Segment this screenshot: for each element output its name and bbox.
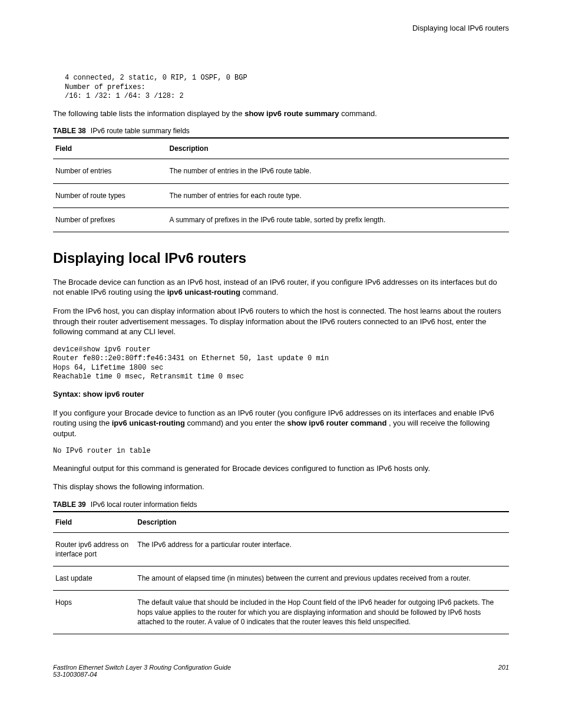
section-heading: Displaying local IPv6 routers: [53, 250, 509, 266]
paragraph-meaningful: Meaningful output for this command is ge…: [53, 463, 509, 474]
cell-desc: The default value that should be include…: [135, 591, 509, 634]
cell-field: Number of route types: [53, 183, 167, 207]
syntax-text: Syntax: show ipv6 router: [53, 390, 144, 398]
cell-field: Router ipv6 address on interface port: [53, 532, 135, 566]
cell-desc: The number of entries in the IPv6 route …: [167, 159, 510, 183]
code-block-route-summary: 4 connected, 2 static, 0 RIP, 1 OSPF, 0 …: [53, 74, 509, 101]
page: Displaying local IPv6 routers 4 connecte…: [0, 0, 562, 696]
paragraph-host-func: The Brocade device can function as an IP…: [53, 277, 509, 298]
table38-head-field: Field: [53, 138, 167, 159]
cell-desc: A summary of prefixes in the IPv6 route …: [167, 207, 510, 232]
table39-head-desc: Description: [135, 512, 509, 533]
cell-field: Hops: [53, 591, 135, 634]
table-row: Number of route types The number of entr…: [53, 183, 509, 207]
table38: Field Description Number of entries The …: [53, 137, 509, 232]
table-row: Router ipv6 address on interface port Th…: [53, 532, 509, 566]
cell-field: Number of prefixes: [53, 207, 167, 232]
cell-desc: The number of entries for each route typ…: [167, 183, 510, 207]
cell-field: Last update: [53, 566, 135, 591]
command-name: show ipv6 router command: [287, 419, 386, 427]
cell-desc: The IPv6 address for a particular router…: [135, 532, 509, 566]
table38-caption: TABLE 38IPv6 route table summary fields: [53, 127, 509, 135]
code-block-show-router: device#show ipv6 router Router fe80::2e0…: [53, 345, 509, 382]
running-header: Displaying local IPv6 routers: [53, 24, 509, 32]
text: The following table lists the informatio…: [53, 109, 244, 118]
footer-page: 201: [498, 664, 509, 678]
syntax-line: Syntax: show ipv6 router: [53, 389, 509, 400]
paragraph-host-display: From the IPv6 host, you can display info…: [53, 306, 509, 337]
footer-left: FastIron Ethernet Switch Layer 3 Routing…: [53, 664, 231, 678]
table-title: IPv6 local router information fields: [91, 500, 197, 509]
paragraph-router-config: If you configure your Brocade device to …: [53, 408, 509, 439]
table39: Field Description Router ipv6 address on…: [53, 511, 509, 634]
footer-doc-number: 53-1003087-04: [53, 671, 231, 678]
cell-desc: The amount of elapsed time (in minutes) …: [135, 566, 509, 591]
table-row: Number of entries The number of entries …: [53, 159, 509, 183]
table-label: TABLE 38: [53, 127, 86, 135]
footer: FastIron Ethernet Switch Layer 3 Routing…: [53, 664, 509, 678]
code-block-no-router: No IPv6 router in table: [53, 447, 509, 456]
command-name: show ipv6 route summary: [244, 109, 339, 118]
cell-field: Number of entries: [53, 159, 167, 183]
paragraph-intro-table38: The following table lists the informatio…: [53, 108, 509, 119]
table39-caption: TABLE 39IPv6 local router information fi…: [53, 500, 509, 509]
text: command.: [339, 109, 377, 118]
table-row: Last update The amount of elapsed time (…: [53, 566, 509, 591]
table39-head-field: Field: [53, 512, 135, 533]
table-row: Number of prefixes A summary of prefixes…: [53, 207, 509, 232]
text: command) and you enter the: [185, 419, 287, 427]
footer-doc-title: FastIron Ethernet Switch Layer 3 Routing…: [53, 664, 231, 671]
command-name: ipv6 unicast-routing: [167, 288, 240, 297]
paragraph-display-info: This display shows the following informa…: [53, 482, 509, 492]
text: command.: [240, 288, 278, 297]
table-row: Hops The default value that should be in…: [53, 591, 509, 634]
table-label: TABLE 39: [53, 500, 86, 509]
command-name: ipv6 unicast-routing: [112, 419, 185, 427]
table-title: IPv6 route table summary fields: [91, 127, 190, 135]
table38-head-desc: Description: [167, 138, 510, 159]
